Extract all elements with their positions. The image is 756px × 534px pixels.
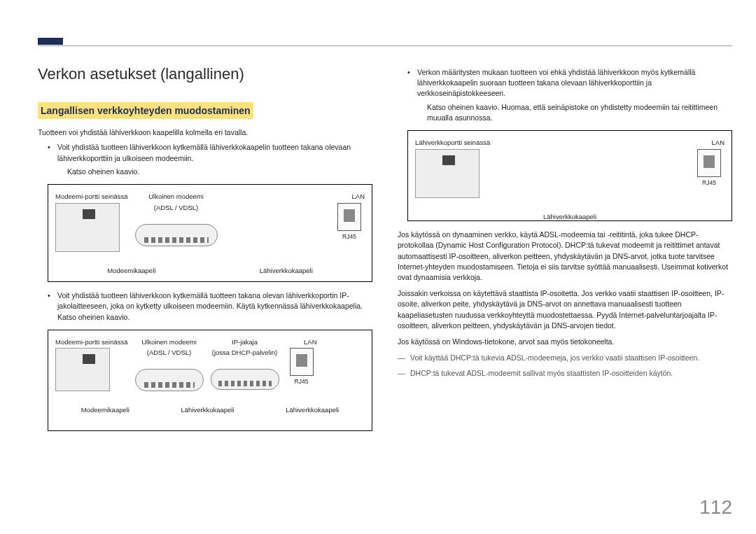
diagram-label: Lähiverkkokaapeli <box>286 405 339 415</box>
modem-icon <box>135 224 218 246</box>
diagram-label: RJ45 <box>334 232 365 241</box>
note-item: Voit käyttää DHCP:tä tukevia ADSL-modeem… <box>398 353 732 363</box>
diagram-label: IP-jakaja <box>211 337 279 347</box>
diagram-label: LAN <box>334 192 365 202</box>
wall-plate-icon <box>55 203 120 252</box>
diagram-label: Modeemikaapeli <box>81 405 130 415</box>
diagram-label: Lähiverkkokaapeli <box>260 266 313 276</box>
brand-mark <box>38 38 63 45</box>
diagram-label: (jossa DHCP-palvelin) <box>211 348 279 358</box>
diagram-label: LAN <box>286 337 317 347</box>
diagram-label: (ADSL / VDSL) <box>135 203 218 213</box>
intro-text: Tuotteen voi yhdistää lähiverkkoon kaape… <box>38 127 372 138</box>
page-title: Verkon asetukset (langallinen) <box>38 63 372 85</box>
page-number: 112 <box>699 496 732 519</box>
diagram-label: Ulkoinen modeemi <box>135 337 204 347</box>
diagram-label: RJ45 <box>694 178 724 187</box>
wall-plate-icon <box>415 149 479 198</box>
diagram-modem-sharer: Modeemi-portti seinässä Ulkoinen modeemi… <box>48 330 372 431</box>
bullet-text: Voit yhdistää tuotteen lähiverkkoon kytk… <box>57 291 363 321</box>
rj45-port-icon <box>290 348 314 376</box>
diagram-modem-direct: Modeemi-portti seinässä Ulkoinen modeemi… <box>48 184 372 282</box>
diagram-wall-direct: Lähiverkkoportti seinässä LAN RJ45 Lähiv… <box>407 130 732 221</box>
horizontal-rule <box>38 45 732 46</box>
page-content: Verkon asetukset (langallinen) Langallis… <box>38 63 732 440</box>
diagram-label: Lähiverkkoportti seinässä <box>415 138 490 148</box>
bullet-subtext: Katso oheinen kaavio. Huomaa, että seinä… <box>427 102 732 123</box>
bullet-text: Verkon määritysten mukaan tuotteen voi e… <box>417 68 695 97</box>
ip-sharer-icon <box>211 369 279 390</box>
diagram-label: Lähiverkkokaapeli <box>543 212 596 222</box>
diagram-label: Modeemi-portti seinässä <box>55 337 128 347</box>
right-column: Verkon määritysten mukaan tuotteen voi e… <box>398 63 732 440</box>
section-heading: Langallisen verkkoyhteyden muodostaminen <box>38 102 253 119</box>
modem-icon <box>135 369 204 391</box>
bullet-item: Voit yhdistää tuotteen lähiverkkoon kytk… <box>48 142 372 177</box>
rj45-port-icon <box>697 149 721 177</box>
rj45-port-icon <box>337 203 361 231</box>
diagram-label: Modeemikaapeli <box>107 266 155 276</box>
bullet-item: Voit yhdistää tuotteen lähiverkkoon kytk… <box>48 290 372 323</box>
left-column: Verkon asetukset (langallinen) Langallis… <box>38 63 372 440</box>
bullet-item: Verkon määritysten mukaan tuotteen voi e… <box>407 67 732 123</box>
diagram-label: (ADSL / VDSL) <box>135 348 204 358</box>
diagram-label: LAN <box>694 138 724 148</box>
paragraph-dhcp: Jos käytössä on dynaaminen verkko, käytä… <box>398 230 732 283</box>
wall-plate-icon <box>55 348 110 391</box>
paragraph-windows: Jos käytössä on Windows-tietokone, arvot… <box>398 337 732 347</box>
diagram-label: Ulkoinen modeemi <box>135 192 218 202</box>
diagram-label: Modeemi-portti seinässä <box>55 192 128 202</box>
paragraph-static: Joissakin verkoissa on käytettävä staatt… <box>398 288 732 331</box>
diagram-label: RJ45 <box>286 377 317 386</box>
bullet-subtext: Katso oheinen kaavio. <box>67 167 372 177</box>
diagram-label: Lähiverkkokaapeli <box>181 405 234 415</box>
bullet-text: Voit yhdistää tuotteen lähiverkkoon kytk… <box>57 143 351 162</box>
note-item: DHCP:tä tukevat ADSL-modeemit sallivat m… <box>398 368 732 379</box>
